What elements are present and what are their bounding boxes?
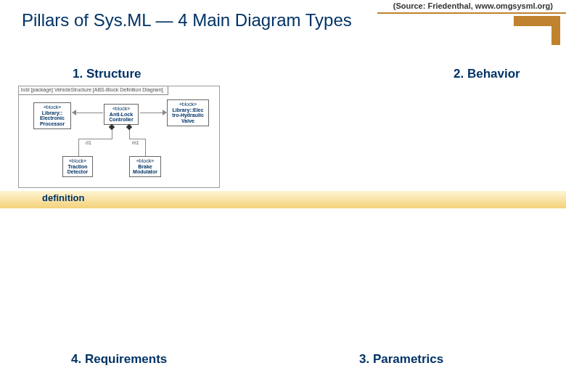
source-underline xyxy=(377,12,566,14)
connector xyxy=(78,139,112,139)
block-valve: «block» Library::Elec tro-Hydraulic Valv… xyxy=(167,99,209,126)
bdd-diagram: bdd [package] VehicleStructure [ABS-Bloc… xyxy=(18,86,220,188)
block-modulator: «block» Brake Modulator xyxy=(129,156,161,177)
block-detector: «block» Traction Detector xyxy=(62,156,93,177)
arrowhead-icon xyxy=(163,110,167,115)
connector xyxy=(145,139,146,156)
stereotype-label: «block» xyxy=(106,106,136,112)
pillar-behavior-heading: 2. Behavior xyxy=(454,67,520,81)
arrowhead-icon xyxy=(72,110,76,115)
block-modulator-name: Brake Modulator xyxy=(133,164,157,175)
page-title: Pillars of Sys.ML — 4 Main Diagram Types xyxy=(22,10,352,30)
role-d1: d1 xyxy=(86,140,91,145)
pillar-structure-heading: 1. Structure xyxy=(73,67,141,81)
source-citation: (Source: Friedenthal, www.omgsysml.org) xyxy=(393,1,566,10)
block-controller-name: Anti-Lock Controller xyxy=(109,112,133,123)
connector xyxy=(78,139,79,156)
block-controller: «block» Anti-Lock Controller xyxy=(104,104,139,125)
corner-decoration xyxy=(514,16,560,45)
definition-label: definition xyxy=(42,192,85,203)
bdd-frame-label: bdd [package] VehicleStructure [ABS-Bloc… xyxy=(19,86,168,95)
stereotype-label: «block» xyxy=(36,105,69,110)
block-processor: «block» Library:: Electronic Processor xyxy=(33,102,71,129)
block-valve-name: Library::Elec tro-Hydraulic Valve xyxy=(172,107,204,123)
pillar-requirements-heading: 4. Requirements xyxy=(71,352,167,367)
role-m1: m1 xyxy=(132,140,139,145)
stereotype-label: «block» xyxy=(65,158,91,164)
connector xyxy=(73,113,103,113)
stereotype-label: «block» xyxy=(131,158,159,164)
stereotype-label: «block» xyxy=(169,102,207,107)
block-detector-name: Traction Detector xyxy=(67,164,88,175)
definition-band xyxy=(0,191,566,208)
connector xyxy=(129,139,145,139)
block-processor-name: Library:: Electronic Processor xyxy=(40,110,65,126)
pillar-parametrics-heading: 3. Parametrics xyxy=(359,352,443,367)
